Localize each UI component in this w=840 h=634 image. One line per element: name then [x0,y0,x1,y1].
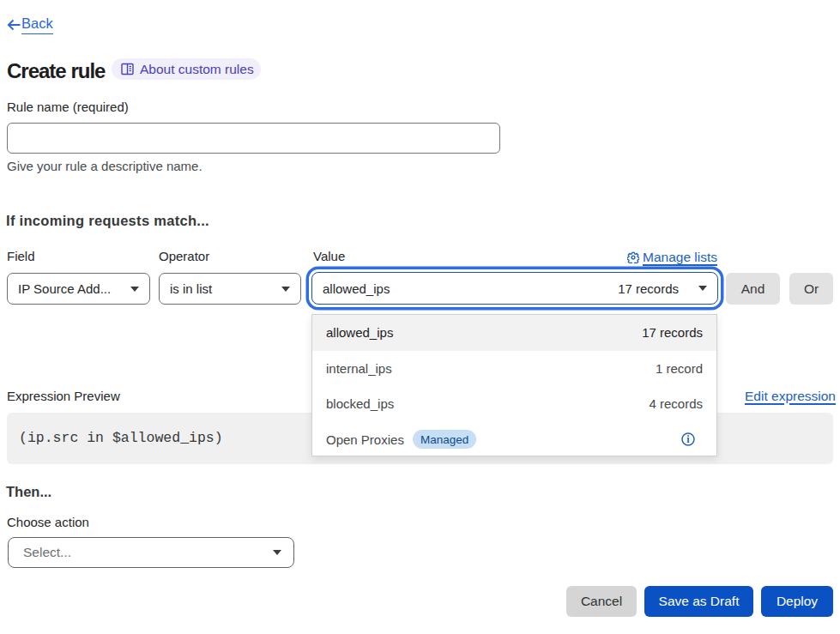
svg-text:i: i [686,433,690,445]
